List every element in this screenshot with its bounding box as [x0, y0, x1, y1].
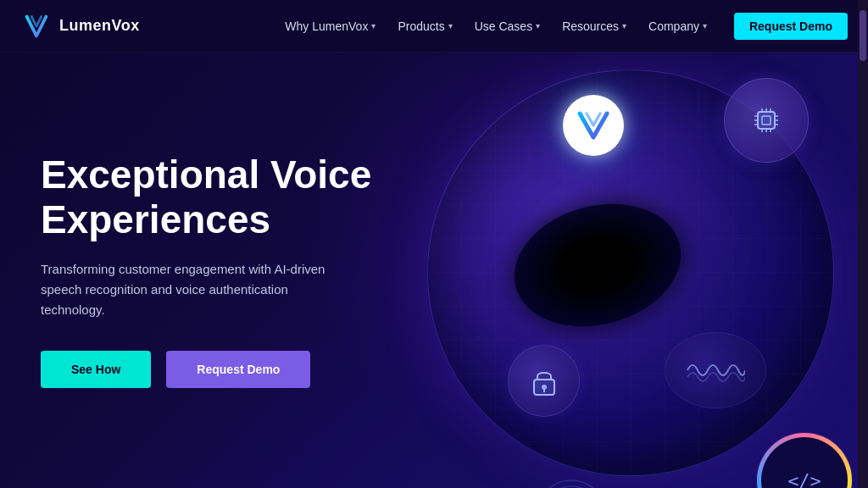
logo-text: LumenVox [59, 17, 140, 35]
nav-item-request-demo[interactable]: Request Demo [721, 13, 848, 40]
request-demo-button[interactable]: Request Demo [166, 351, 310, 388]
hero-orb-visual: </> [376, 53, 868, 488]
orb-logo-icon [576, 110, 610, 141]
svg-rect-1 [762, 116, 771, 125]
see-how-button[interactable]: See How [41, 351, 151, 388]
nav-links: Why LumenVox ▾ Products ▾ Use Cases ▾ Re… [276, 13, 848, 40]
orb-chip [724, 78, 809, 163]
nav-request-demo-button[interactable]: Request Demo [734, 13, 848, 40]
nav-link-resources[interactable]: Resources ▾ [554, 14, 635, 38]
svg-point-15 [542, 385, 547, 390]
chevron-down-icon: ▾ [371, 21, 376, 30]
orb-container: </> [376, 53, 868, 488]
nav-item-resources[interactable]: Resources ▾ [554, 14, 635, 38]
nav-item-why-lumenvox[interactable]: Why LumenVox ▾ [276, 14, 384, 38]
lumenvox-logo-icon [20, 10, 53, 42]
nav-link-why-lumenvox[interactable]: Why LumenVox ▾ [276, 14, 384, 38]
navbar: LumenVox Why LumenVox ▾ Products ▾ Use C… [0, 0, 868, 53]
hero-section: Exceptional Voice Experiences Transformi… [0, 53, 868, 488]
wave-icon [686, 353, 745, 387]
orb-wave [665, 332, 766, 408]
logo-area[interactable]: LumenVox [20, 10, 140, 42]
chip-icon [748, 102, 785, 139]
chevron-down-icon: ▾ [622, 21, 626, 30]
chevron-down-icon: ▾ [448, 21, 453, 30]
hero-left: Exceptional Voice Experiences Transformi… [0, 152, 390, 388]
hero-title: Exceptional Voice Experiences [41, 152, 390, 242]
hero-subtitle: Transforming customer engagement with AI… [41, 259, 346, 320]
chevron-down-icon: ▾ [703, 21, 707, 30]
nav-link-products[interactable]: Products ▾ [389, 14, 460, 38]
hero-buttons: See How Request Demo [41, 351, 390, 388]
lock-icon [531, 366, 558, 396]
nav-link-company[interactable]: Company ▾ [640, 14, 715, 38]
chevron-down-icon: ▾ [536, 21, 540, 30]
nav-item-use-cases[interactable]: Use Cases ▾ [466, 14, 548, 38]
scrollbar[interactable] [858, 0, 868, 488]
code-icon: </> [787, 470, 821, 489]
orb-code: </> [758, 434, 851, 488]
nav-item-products[interactable]: Products ▾ [389, 14, 460, 38]
orb-logo-circle [563, 95, 624, 156]
nav-item-company[interactable]: Company ▾ [640, 14, 715, 38]
orb-lock [508, 345, 580, 417]
fingerprint-hint [537, 476, 605, 488]
scrollbar-thumb[interactable] [860, 10, 866, 61]
nav-link-use-cases[interactable]: Use Cases ▾ [466, 14, 548, 38]
